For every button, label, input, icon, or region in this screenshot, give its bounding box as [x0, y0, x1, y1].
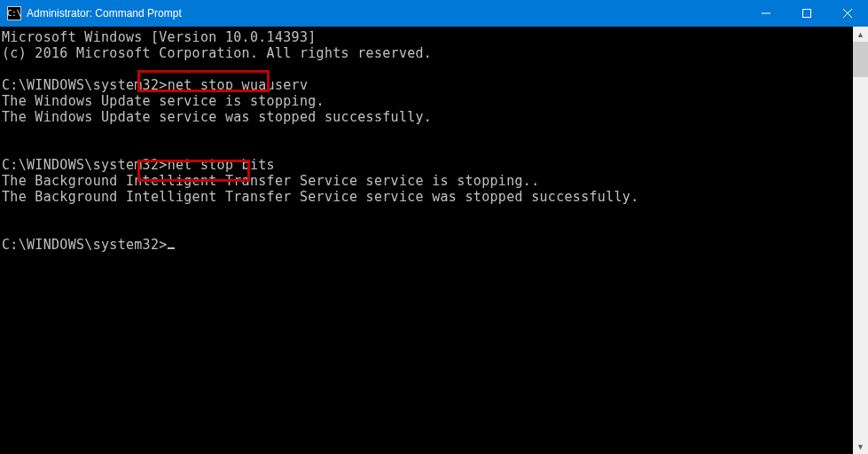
- maximize-button[interactable]: [786, 0, 827, 27]
- cmd-icon: C:\: [7, 6, 21, 20]
- titlebar[interactable]: C:\ Administrator: Command Prompt: [0, 0, 868, 27]
- prompt: C:\WINDOWS\system32>: [2, 77, 168, 93]
- console-area: Microsoft Windows [Version 10.0.14393] (…: [0, 27, 868, 454]
- command-2: net stop bits: [168, 157, 275, 173]
- scroll-up-button[interactable]: ▲: [853, 27, 868, 42]
- command-1: net stop wuauserv: [168, 77, 309, 93]
- window-controls: [746, 0, 868, 27]
- scroll-thumb[interactable]: [853, 42, 868, 77]
- scroll-down-button[interactable]: ▼: [853, 439, 868, 454]
- output-line: The Background Intelligent Transfer Serv…: [2, 173, 540, 189]
- output-line: The Background Intelligent Transfer Serv…: [2, 189, 638, 205]
- text-cursor: [168, 247, 175, 249]
- minimize-button[interactable]: [746, 0, 786, 27]
- output-line: The Windows Update service was stopped s…: [2, 109, 432, 125]
- scrollbar[interactable]: ▲ ▼: [853, 27, 868, 454]
- version-line: Microsoft Windows [Version 10.0.14393]: [2, 29, 317, 45]
- svg-rect-1: [803, 10, 811, 18]
- close-button[interactable]: [827, 0, 868, 27]
- copyright-line: (c) 2016 Microsoft Corporation. All righ…: [2, 45, 432, 61]
- window-title: Administrator: Command Prompt: [27, 7, 746, 20]
- output-line: The Windows Update service is stopping.: [2, 93, 325, 109]
- prompt: C:\WINDOWS\system32>: [2, 237, 168, 253]
- prompt: C:\WINDOWS\system32>: [2, 157, 168, 173]
- console-output[interactable]: Microsoft Windows [Version 10.0.14393] (…: [0, 27, 853, 454]
